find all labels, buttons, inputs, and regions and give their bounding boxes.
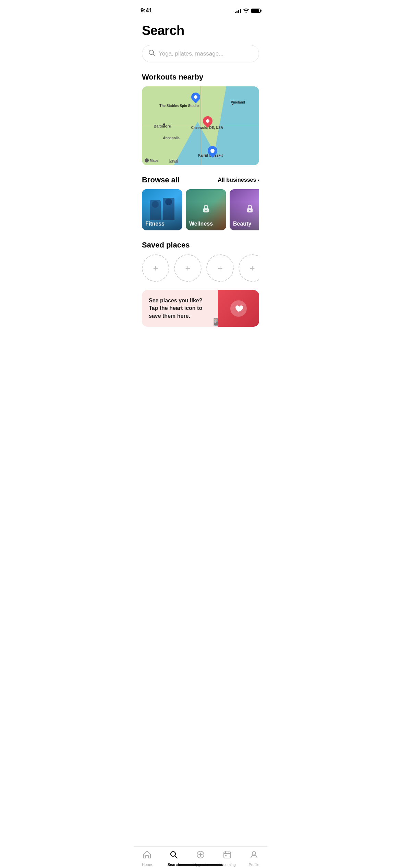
map-label-annapolis: Annapolis: [163, 136, 180, 140]
saved-circle-2[interactable]: +: [174, 254, 202, 282]
lock-icon-beauty: [245, 204, 255, 216]
browse-all-header: Browse all All businesses ›: [142, 176, 259, 184]
workouts-nearby-header: Workouts nearby: [142, 73, 259, 82]
saved-circles-row: + + + + +: [142, 254, 259, 283]
svg-point-6: [249, 210, 251, 211]
category-card-wellness[interactable]: Wellness: [186, 189, 226, 230]
saved-circle-3[interactable]: +: [206, 254, 234, 282]
status-icons: [235, 8, 260, 14]
svg-point-4: [205, 210, 207, 211]
map-background: The Stables Spin Studio Vineland Cheswol…: [142, 86, 259, 165]
map-pin-blue-top[interactable]: [191, 93, 200, 101]
promo-text: See places you like? Tap the heart icon …: [149, 297, 211, 320]
saved-places-section: Saved places + + + + +: [142, 241, 259, 283]
saved-circle-4[interactable]: +: [239, 254, 259, 282]
saved-places-title: Saved places: [142, 241, 190, 250]
promo-banner: See places you like? Tap the heart icon …: [142, 290, 259, 327]
category-label-wellness: Wellness: [189, 221, 213, 227]
map-label-stables: The Stables Spin Studio: [159, 104, 198, 108]
promo-right-panel: 📱: [218, 290, 259, 327]
lock-icon-wellness: [201, 204, 211, 216]
map-label-apple-maps: Maps: [145, 158, 159, 162]
workouts-nearby-title: Workouts nearby: [142, 73, 203, 82]
browse-all-section: Browse all All businesses ›: [142, 176, 259, 230]
main-content: Search Yoga, pilates, massage... Workout…: [134, 16, 267, 375]
chevron-right-icon: ›: [257, 177, 259, 183]
all-businesses-link[interactable]: All businesses ›: [218, 177, 259, 183]
category-cards: Fitness Wellness: [142, 189, 259, 230]
svg-line-1: [153, 54, 155, 56]
heart-icon-circle: [230, 300, 247, 317]
page-title: Search: [142, 23, 259, 38]
map-dot-baltimore: [163, 123, 165, 125]
map-label-baltimore: Baltimore: [154, 124, 171, 128]
browse-all-title: Browse all: [142, 176, 180, 184]
saved-circle-1[interactable]: +: [142, 254, 169, 282]
search-placeholder[interactable]: Yoga, pilates, massage...: [159, 50, 253, 57]
saved-places-header: Saved places: [142, 241, 259, 250]
status-time: 9:41: [141, 7, 152, 14]
category-label-beauty: Beauty: [233, 221, 251, 227]
battery-icon: [251, 9, 260, 13]
map-container[interactable]: The Stables Spin Studio Vineland Cheswol…: [142, 86, 259, 165]
wifi-icon: [243, 8, 249, 14]
svg-point-2: [145, 158, 149, 162]
workouts-nearby-section: Workouts nearby The Stables Spin Studio …: [142, 73, 259, 165]
search-bar[interactable]: Yoga, pilates, massage...: [142, 45, 259, 62]
heart-icon: [234, 304, 243, 313]
category-card-beauty[interactable]: Beauty: [230, 189, 259, 230]
search-icon: [148, 49, 155, 58]
signal-icon: [235, 8, 241, 13]
map-pin-red[interactable]: [203, 116, 212, 126]
status-bar: 9:41: [134, 0, 267, 16]
category-card-fitness[interactable]: Fitness: [142, 189, 182, 230]
map-pin-blue-bottom[interactable]: [208, 146, 217, 156]
map-dot-vineland: [232, 104, 233, 105]
category-label-fitness: Fitness: [145, 221, 165, 227]
map-label-legal: Legal: [169, 159, 178, 162]
